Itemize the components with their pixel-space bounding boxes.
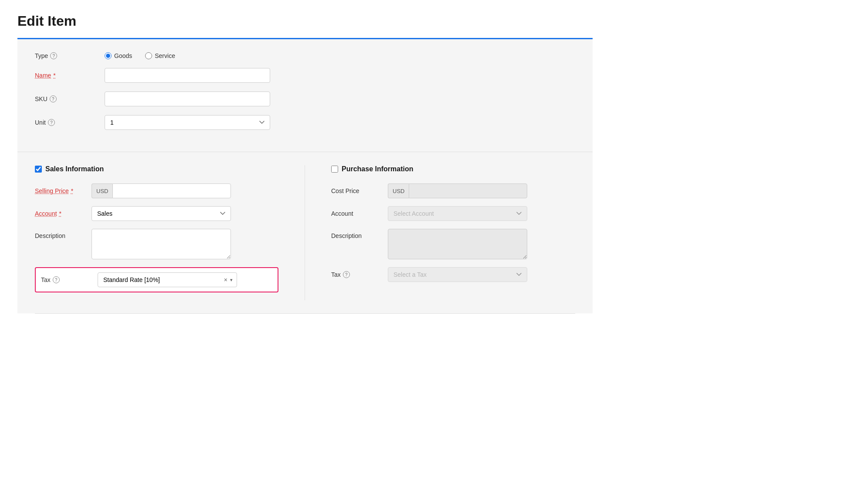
sales-tax-label: Tax ? xyxy=(41,276,98,283)
name-row: Name* 3 Page website design xyxy=(35,68,575,83)
unit-select[interactable]: 1 xyxy=(105,115,270,130)
sales-account-row: Account* Sales xyxy=(35,206,278,221)
sales-description-input[interactable] xyxy=(92,229,231,259)
sales-title: Sales Information xyxy=(45,165,104,173)
sales-description-label: Description xyxy=(35,229,92,239)
sales-tax-select[interactable]: Standard Rate [10%] xyxy=(98,272,237,287)
selling-price-row: Selling Price* USD 60 xyxy=(35,183,278,198)
sales-tax-clear-icon[interactable]: × xyxy=(224,276,227,283)
sales-checkbox[interactable] xyxy=(35,166,42,173)
sales-description-row: Description xyxy=(35,229,278,259)
purchase-column: Purchase Information Cost Price USD 0 Ac… xyxy=(305,165,575,300)
service-radio-option[interactable]: Service xyxy=(145,52,175,59)
sales-tax-row: Tax ? Standard Rate [10%] × ▾ xyxy=(35,267,278,292)
purchase-description-label: Description xyxy=(331,229,388,239)
purchase-header: Purchase Information xyxy=(331,165,575,173)
type-label: Type ? xyxy=(35,52,105,59)
type-row: Type ? Goods Service xyxy=(35,52,575,59)
unit-label: Unit ? xyxy=(35,119,105,126)
sales-tax-help-icon[interactable]: ? xyxy=(53,276,60,283)
purchase-tax-select: Select a Tax xyxy=(388,267,527,282)
bottom-divider xyxy=(35,313,575,314)
cost-price-field: USD 0 xyxy=(388,183,527,198)
purchase-currency: USD xyxy=(388,183,409,198)
sales-account-label: Account* xyxy=(35,210,92,217)
sales-account-select[interactable]: Sales xyxy=(92,206,231,221)
purchase-tax-row: Tax ? Select a Tax xyxy=(331,267,575,282)
sku-row: SKU ? xyxy=(35,92,575,106)
goods-radio-option[interactable]: Goods xyxy=(105,52,132,59)
sku-input[interactable] xyxy=(105,92,270,106)
purchase-description-input xyxy=(388,229,527,259)
sales-header: Sales Information xyxy=(35,165,278,173)
type-options: Goods Service xyxy=(105,52,175,59)
selling-currency: USD xyxy=(92,183,112,198)
selling-price-field: USD 60 xyxy=(92,183,231,198)
sku-label: SKU ? xyxy=(35,95,105,102)
selling-price-input[interactable]: 60 xyxy=(112,183,231,198)
purchase-checkbox[interactable] xyxy=(331,166,338,173)
purchase-tax-help-icon: ? xyxy=(343,271,350,278)
purchase-tax-label: Tax ? xyxy=(331,271,388,278)
sales-purchase-section: Sales Information Selling Price* USD 60 … xyxy=(17,152,593,313)
service-label: Service xyxy=(155,52,175,59)
selling-price-label: Selling Price* xyxy=(35,187,92,194)
sales-tax-field: Standard Rate [10%] × ▾ xyxy=(98,272,237,287)
name-label: Name* xyxy=(35,72,105,79)
purchase-description-row: Description xyxy=(331,229,575,259)
purchase-account-select: Select Account xyxy=(388,206,527,221)
purchase-title: Purchase Information xyxy=(342,165,413,173)
type-help-icon[interactable]: ? xyxy=(50,52,57,59)
name-input[interactable]: 3 Page website design xyxy=(105,68,270,83)
basic-info-section: Type ? Goods Service Name* 3 Page websit… xyxy=(17,39,593,152)
service-radio[interactable] xyxy=(145,52,152,59)
purchase-account-row: Account Select Account xyxy=(331,206,575,221)
unit-help-icon[interactable]: ? xyxy=(48,119,55,126)
purchase-account-label: Account xyxy=(331,210,388,217)
unit-row: Unit ? 1 xyxy=(35,115,575,130)
cost-price-input: 0 xyxy=(409,183,527,198)
cost-price-label: Cost Price xyxy=(331,187,388,194)
cost-price-row: Cost Price USD 0 xyxy=(331,183,575,198)
goods-radio[interactable] xyxy=(105,52,112,59)
page-title: Edit Item xyxy=(17,13,593,29)
sku-help-icon[interactable]: ? xyxy=(50,95,57,102)
goods-label: Goods xyxy=(114,52,132,59)
sales-column: Sales Information Selling Price* USD 60 … xyxy=(35,165,305,300)
